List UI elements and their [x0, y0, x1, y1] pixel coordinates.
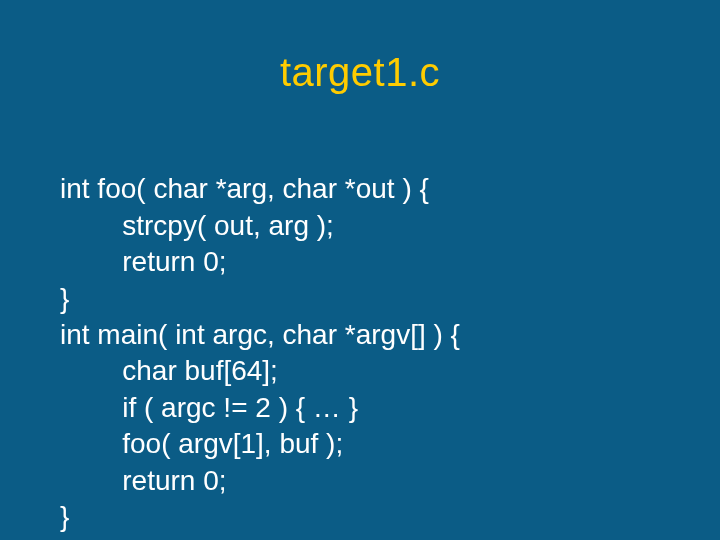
code-line: char buf[64]; — [60, 355, 278, 386]
code-line: int main( int argc, char *argv[] ) { — [60, 319, 460, 350]
code-block: int foo( char *arg, char *out ) { strcpy… — [60, 135, 680, 535]
code-line: } — [60, 501, 69, 532]
code-line: foo( argv[1], buf ); — [60, 428, 343, 459]
code-line: } — [60, 283, 69, 314]
slide-title: target1.c — [40, 50, 680, 95]
code-line: if ( argc != 2 ) { … } — [60, 392, 358, 423]
code-line: return 0; — [60, 246, 227, 277]
code-line: int foo( char *arg, char *out ) { — [60, 173, 429, 204]
slide: target1.c int foo( char *arg, char *out … — [0, 0, 720, 540]
code-line: strcpy( out, arg ); — [60, 210, 334, 241]
code-line: return 0; — [60, 465, 227, 496]
